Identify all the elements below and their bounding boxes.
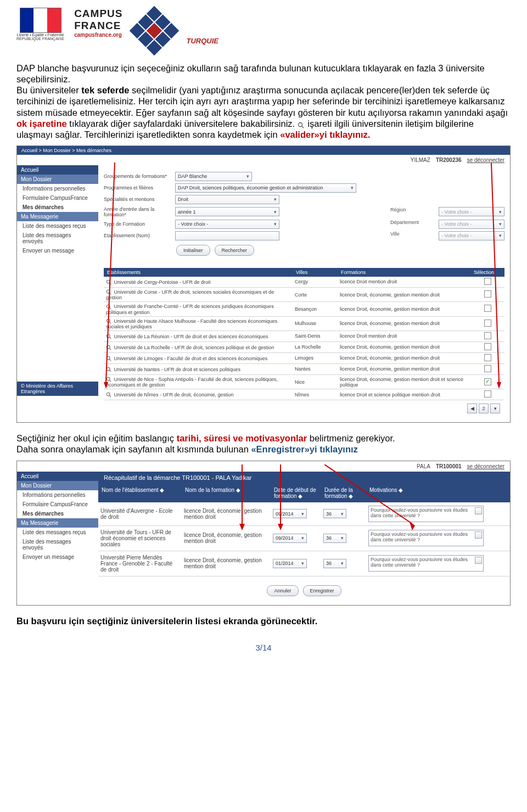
- sidebar2-dem[interactable]: Mes démarches: [17, 509, 98, 518]
- input-etab[interactable]: [175, 231, 279, 240]
- svg-point-2: [106, 280, 110, 283]
- select-duree[interactable]: 36: [323, 534, 346, 543]
- cell-ville: Nantes: [293, 363, 338, 374]
- select-groupements[interactable]: DAP Blanche: [175, 172, 252, 181]
- sidebar-demarches[interactable]: Mes démarches: [17, 203, 98, 212]
- cell-etab: Université de Nantes - UFR de droit et s…: [104, 363, 293, 374]
- th-etab[interactable]: Etablissements: [104, 268, 293, 277]
- select-specialites[interactable]: Droit: [175, 195, 279, 204]
- label-groupements: Groupements de formations*: [104, 173, 175, 179]
- svg-line-15: [110, 360, 111, 361]
- table-row: Université de La Réunion - UFR de droit …: [104, 331, 504, 341]
- select-type[interactable]: - Votre choix -: [175, 220, 279, 229]
- sidebar-accueil[interactable]: Accueil: [17, 165, 98, 175]
- session-user: YILMAZ: [411, 157, 430, 163]
- sidebar2-msg[interactable]: Ma Messagerie: [17, 518, 98, 528]
- select-duree[interactable]: 36: [323, 559, 346, 568]
- cell-ville: Mulhouse: [293, 316, 338, 331]
- textarea-motiv[interactable]: Pourquoi voulez-vous poursuivre vos étud…: [368, 506, 484, 522]
- cell-etab: Université de Cergy-Pontoise - UFR de dr…: [104, 277, 293, 288]
- checkbox[interactable]: [484, 378, 491, 385]
- svg-point-14: [106, 356, 110, 360]
- sidebar2-m2[interactable]: Liste des messages envoyés: [17, 537, 98, 552]
- sidebar: Accueil Mon Dossier Informations personn…: [17, 165, 98, 422]
- sidebar-msg-envoyes[interactable]: Liste des messages envoyés: [17, 231, 98, 246]
- logout-link-2[interactable]: se déconnecter: [467, 463, 504, 469]
- checkbox[interactable]: [484, 343, 491, 350]
- sidebar-msg-send[interactable]: Envoyer un message: [17, 246, 98, 255]
- cell-etab: Université de Corse - UFR de droit, scie…: [104, 287, 293, 301]
- sidebar-footer: © Ministère des Affaires Etrangères: [17, 382, 98, 396]
- checkbox[interactable]: [484, 354, 491, 361]
- th-form[interactable]: Formations: [338, 268, 470, 277]
- sidebar-mon-dossier[interactable]: Mon Dossier: [17, 175, 98, 184]
- magnifier-icon[interactable]: [106, 289, 113, 295]
- sidebar2-m3[interactable]: Envoyer un message: [17, 552, 98, 562]
- magnifier-icon[interactable]: [106, 318, 113, 324]
- checkbox[interactable]: [484, 365, 491, 372]
- magnifier-icon[interactable]: [106, 366, 113, 372]
- table-row: Université de Nice - Sophia Antipolis - …: [104, 374, 504, 389]
- pager-page[interactable]: 2: [479, 404, 489, 413]
- svg-line-3: [110, 283, 111, 285]
- select-programmes[interactable]: DAP Droit, sciences politiques, économie…: [175, 183, 356, 193]
- cell-ville: Cergy: [293, 277, 338, 288]
- textarea-motiv[interactable]: Pourquoi voulez-vous poursuivre vos étud…: [368, 530, 484, 546]
- cell-select: [470, 341, 504, 352]
- select-date[interactable]: 09/2014: [273, 509, 307, 518]
- checkbox[interactable]: [484, 320, 491, 327]
- cell-recap-etab: Université Pierre Mendès France - Grenob…: [98, 551, 182, 576]
- select-duree[interactable]: 36: [323, 509, 346, 518]
- cell-ville: Nice: [293, 374, 338, 389]
- cell-ville: La Rochelle: [293, 341, 338, 352]
- sidebar2-dossier[interactable]: Mon Dossier: [17, 481, 98, 490]
- select-ville[interactable]: - Votre choix -: [439, 231, 504, 240]
- checkbox[interactable]: [484, 278, 491, 285]
- magnifier-icon[interactable]: [106, 355, 113, 361]
- sidebar-formulaire[interactable]: Formulaire CampusFrance: [17, 193, 98, 203]
- select-date[interactable]: 09/2014: [273, 534, 307, 543]
- checkbox[interactable]: [484, 390, 491, 397]
- session-bar-2: PALA TR100001 se déconnecter: [17, 461, 510, 472]
- table-row: Université de La Rochelle - UFR de droit…: [104, 341, 504, 352]
- sidebar2-form[interactable]: Formulaire CampusFrance: [17, 500, 98, 509]
- magnifier-icon[interactable]: [106, 376, 113, 382]
- rechercher-button[interactable]: Rechercher: [215, 245, 255, 256]
- cell-recap-form: licence Droit, économie, gestion mention…: [182, 525, 271, 551]
- label-region: Région: [390, 207, 434, 216]
- cell-formation: licence Droit, économie, gestion mention…: [338, 352, 470, 363]
- cell-formation: licence Droit, économie, gestion mention…: [338, 316, 470, 331]
- svg-line-1: [302, 126, 304, 128]
- magnifier-icon[interactable]: [106, 391, 113, 397]
- sidebar2-m1[interactable]: Liste des messages reçus: [17, 528, 98, 537]
- annuler-button[interactable]: Annuler: [267, 585, 298, 596]
- pager-next[interactable]: ▾: [490, 404, 500, 413]
- magnifier-icon[interactable]: [106, 333, 113, 339]
- sidebar-infos[interactable]: Informations personnelles: [17, 184, 98, 193]
- pager-prev[interactable]: ◀: [467, 404, 477, 413]
- checkbox[interactable]: [484, 332, 491, 339]
- enregistrer-button[interactable]: Enregistrer: [303, 585, 341, 596]
- sidebar-messagerie[interactable]: Ma Messagerie: [17, 212, 98, 221]
- logout-link[interactable]: se déconnecter: [467, 157, 504, 163]
- select-date[interactable]: 01/2014: [273, 559, 307, 568]
- checkbox[interactable]: [484, 305, 491, 312]
- cell-recap-form: licence Droit, économie, gestion mention…: [182, 551, 271, 576]
- th-ville[interactable]: Villes: [293, 268, 338, 277]
- select-annee[interactable]: année 1: [175, 207, 279, 216]
- select-dept[interactable]: - Votre choix -: [439, 220, 504, 229]
- sidebar2-accueil[interactable]: Accueil: [17, 472, 98, 481]
- magnifier-icon[interactable]: [106, 279, 113, 285]
- label-specialites: Spécialités et mentions: [104, 197, 175, 202]
- sidebar2-infos[interactable]: Informations personnelles: [17, 490, 98, 500]
- magnifier-icon[interactable]: [106, 303, 113, 309]
- textarea-motiv[interactable]: Pourquoi voulez-vous poursuivre vos étud…: [368, 555, 484, 572]
- screenshot-recap: PALA TR100001 se déconnecter Accueil Mon…: [16, 461, 511, 606]
- checkbox[interactable]: [484, 290, 491, 298]
- select-region[interactable]: - Votre choix -: [439, 207, 504, 216]
- sidebar-msg-recus[interactable]: Liste des messages reçus: [17, 221, 98, 231]
- magnifier-icon[interactable]: [106, 344, 113, 350]
- initialiser-button[interactable]: Initialiser: [176, 245, 210, 256]
- screenshot-search: Accueil > Mon Dossier > Mes démarches YI…: [16, 145, 511, 423]
- cell-etab: Université de Nîmes - UFR de droit, écon…: [104, 389, 293, 400]
